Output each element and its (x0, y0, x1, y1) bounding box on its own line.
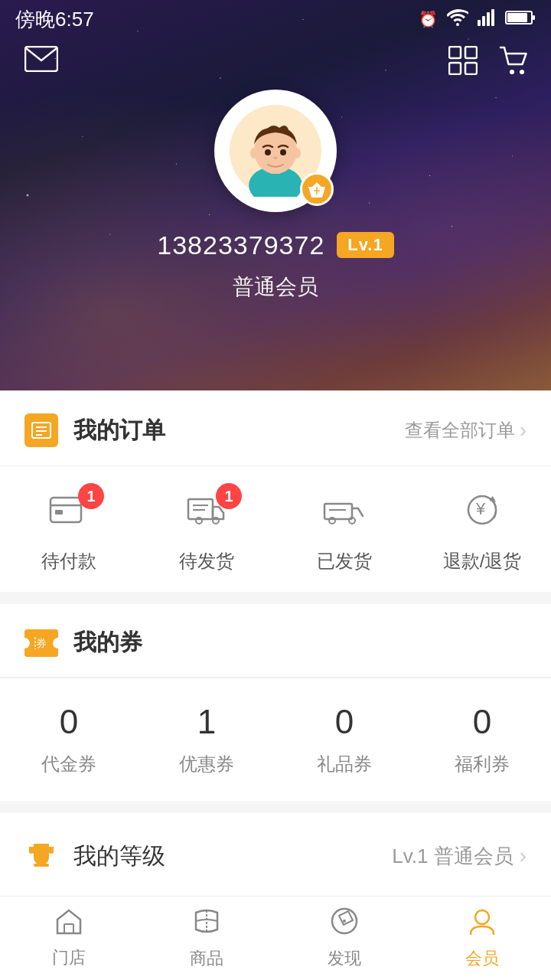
orders-header: 我的订单 查看全部订单 › (0, 390, 551, 466)
svg-point-19 (280, 149, 286, 155)
products-icon (193, 906, 220, 942)
coupon-item-cash[interactable]: 0 代金券 (0, 703, 138, 776)
svg-rect-28 (51, 498, 81, 522)
coupons-title: 我的券 (73, 627, 142, 658)
signal-icon (478, 9, 496, 30)
pending-payment-label: 待付款 (41, 549, 96, 573)
coupon-item-welfare[interactable]: 0 福利券 (413, 703, 551, 776)
level-badge: Lv.1 (337, 232, 393, 258)
coupons-header: 券 我的券 (0, 604, 551, 678)
status-time: 傍晚6:57 (15, 6, 94, 33)
nav-label-products: 商品 (190, 947, 223, 970)
svg-point-18 (265, 149, 271, 155)
mail-icon[interactable] (24, 46, 58, 79)
coupons-section: 券 我的券 0 代金券 1 优惠券 0 礼品券 0 福利券 (0, 604, 551, 801)
wifi-icon (447, 9, 468, 30)
discount-coupon-count: 1 (197, 703, 216, 741)
orders-icon (24, 413, 58, 447)
cash-coupon-count: 0 (60, 703, 78, 741)
level-chevron: › (520, 844, 527, 868)
svg-rect-3 (491, 9, 494, 26)
coupon-item-discount[interactable]: 1 优惠券 (138, 703, 276, 776)
phone-number: 13823379372 (157, 230, 324, 260)
orders-row: 1 待付款 (0, 466, 551, 592)
nav-label-discover: 发现 (328, 947, 361, 970)
gift-coupon-count: 0 (335, 703, 354, 741)
nav-item-member[interactable]: 会员 (413, 897, 551, 980)
pending-payment-icon-wrap: 1 (41, 491, 96, 538)
chevron-icon: › (520, 418, 527, 443)
level-right: Lv.1 普通会员 › (392, 843, 527, 870)
cart-icon[interactable] (499, 46, 530, 81)
order-item-pending-shipment[interactable]: 1 待发货 (138, 491, 276, 573)
nav-label-member: 会员 (465, 947, 499, 970)
bottom-nav: 门店 商品 发现 会员 (0, 896, 551, 980)
trophy-icon (24, 839, 58, 873)
svg-rect-8 (449, 47, 461, 58)
shipped-label: 已发货 (317, 549, 372, 573)
svg-point-12 (510, 70, 514, 74)
shipped-icon-wrap (317, 491, 372, 538)
coupon-item-gift[interactable]: 0 礼品券 (276, 703, 413, 776)
svg-rect-47 (37, 858, 45, 864)
store-icon (54, 907, 83, 942)
order-item-pending-payment[interactable]: 1 待付款 (0, 491, 138, 573)
order-item-shipped[interactable]: 已发货 (276, 491, 413, 573)
content-area: 我的订单 查看全部订单 › 1 (0, 390, 551, 980)
level-left: 我的等级 (24, 839, 165, 873)
status-bar: 傍晚6:57 ⏰ (0, 0, 551, 38)
nav-item-store[interactable]: 门店 (0, 897, 138, 980)
refund-label: 退款/退货 (443, 549, 522, 573)
svg-point-51 (343, 920, 346, 923)
coupons-title-left: 券 我的券 (24, 627, 142, 658)
svg-rect-48 (34, 864, 49, 867)
coupon-icon: 券 (24, 629, 58, 657)
svg-text:券: 券 (36, 637, 47, 649)
svg-rect-2 (487, 12, 490, 26)
discover-icon (330, 906, 359, 942)
svg-point-21 (293, 148, 301, 158)
orders-title: 我的订单 (73, 415, 165, 446)
shipped-icon (323, 492, 366, 537)
gift-coupon-label: 礼品券 (317, 752, 372, 776)
refund-icon: ¥ (461, 492, 504, 537)
grid-icon[interactable] (448, 46, 478, 81)
svg-point-52 (475, 910, 489, 924)
svg-rect-0 (478, 20, 481, 26)
hero-right-icons (448, 46, 530, 81)
avatar-level-badge (300, 172, 334, 206)
nav-item-discover[interactable]: 发现 (276, 897, 413, 980)
orders-section: 我的订单 查看全部订单 › 1 (0, 390, 551, 592)
coupons-row: 0 代金券 1 优惠券 0 礼品券 0 福利券 (0, 678, 551, 801)
orders-title-left: 我的订单 (24, 413, 165, 447)
status-icons: ⏰ (419, 9, 536, 30)
pending-shipment-label: 待发货 (179, 549, 234, 573)
hero-section: 13823379372 Lv.1 普通会员 (0, 0, 551, 390)
svg-rect-10 (449, 63, 461, 74)
svg-point-13 (520, 70, 524, 74)
svg-rect-1 (482, 16, 485, 26)
cash-coupon-label: 代金券 (41, 752, 96, 776)
svg-point-20 (250, 148, 258, 158)
svg-rect-49 (64, 924, 73, 933)
pending-shipment-icon-wrap: 1 (179, 491, 234, 538)
level-row[interactable]: 我的等级 Lv.1 普通会员 › (0, 813, 551, 900)
discount-coupon-label: 优惠券 (179, 752, 234, 776)
order-item-refund[interactable]: ¥ 退款/退货 (413, 491, 551, 573)
user-type: 普通会员 (233, 273, 318, 302)
svg-rect-36 (324, 504, 352, 519)
nav-label-store: 门店 (52, 946, 86, 969)
view-all-orders[interactable]: 查看全部订单 › (405, 418, 527, 443)
avatar-container[interactable] (214, 90, 337, 212)
svg-rect-5 (507, 13, 527, 22)
svg-rect-11 (465, 63, 477, 74)
svg-rect-30 (55, 510, 63, 514)
pending-shipment-badge: 1 (216, 483, 242, 509)
nav-item-products[interactable]: 商品 (138, 897, 276, 980)
level-title: 我的等级 (73, 841, 165, 872)
svg-rect-6 (533, 15, 535, 20)
clock-icon: ⏰ (419, 10, 438, 28)
pending-payment-badge: 1 (78, 483, 104, 509)
svg-rect-9 (465, 47, 477, 58)
welfare-coupon-label: 福利券 (455, 752, 510, 776)
